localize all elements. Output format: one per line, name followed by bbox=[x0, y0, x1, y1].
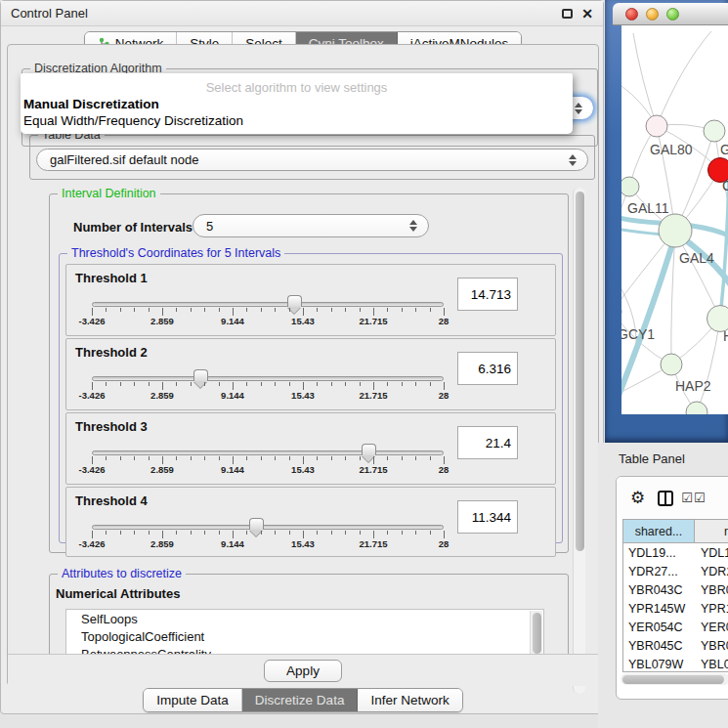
slider-track[interactable] bbox=[92, 302, 444, 307]
slider-scale-labels: -3.4262.8599.14415.4321.71528 bbox=[92, 390, 444, 402]
close-icon[interactable]: ✕ bbox=[581, 9, 593, 19]
popup-option-equal-width-frequency[interactable]: Equal Width/Frequency Discretization bbox=[23, 113, 559, 128]
table-horizontal-scrollbar[interactable] bbox=[621, 673, 728, 685]
minimize-traffic-light-icon[interactable] bbox=[646, 8, 659, 21]
cell-name[interactable]: YBR0 bbox=[695, 636, 728, 655]
panel-vertical-scrollbar[interactable] bbox=[573, 188, 585, 694]
node-label: GA bbox=[720, 142, 728, 157]
scrollbar-thumb[interactable] bbox=[622, 675, 724, 684]
table-data-combobox[interactable]: galFiltered.sif default node bbox=[36, 149, 588, 171]
network-view-canvas[interactable]: GAL80GACGAL11GAL4GCY1HHAP2 bbox=[621, 25, 728, 414]
algorithm-dropdown-popup: Select algorithm to view settings Manual… bbox=[21, 73, 573, 134]
cell-name[interactable]: YDL1 bbox=[695, 543, 728, 562]
cell-shared-name[interactable]: YBR043C bbox=[623, 580, 695, 599]
tick-label: 21.715 bbox=[359, 464, 387, 475]
close-traffic-light-icon[interactable] bbox=[625, 8, 638, 21]
checkbox-icon[interactable]: ☑ bbox=[681, 492, 693, 504]
node-table: shared... na YDL19...YDL1YDR27...YDR2YBR… bbox=[622, 519, 728, 672]
table-row[interactable]: YBR043CYBR0 bbox=[623, 580, 728, 599]
tick-label: 15.43 bbox=[291, 538, 315, 549]
tick-label: 28 bbox=[439, 538, 450, 549]
network-node-gal4[interactable] bbox=[659, 214, 692, 247]
attribute-list-item[interactable]: TopologicalCoefficient bbox=[66, 627, 543, 645]
scrollbar-thumb[interactable] bbox=[533, 613, 541, 654]
checkbox-icon[interactable]: ☑ bbox=[694, 492, 706, 504]
tick-label: 9.144 bbox=[221, 316, 244, 326]
slider-thumb[interactable] bbox=[287, 295, 302, 307]
table-row[interactable]: YDR27...YDR2 bbox=[623, 562, 728, 580]
tick-label: 9.144 bbox=[221, 538, 244, 549]
tick-label: 21.715 bbox=[359, 390, 387, 401]
slider-track[interactable] bbox=[92, 450, 444, 455]
cell-shared-name[interactable]: YDL19... bbox=[623, 543, 695, 562]
cell-name[interactable]: YBR0 bbox=[695, 580, 728, 599]
cell-name[interactable]: YPR1 bbox=[695, 599, 728, 618]
network-node[interactable] bbox=[686, 402, 707, 414]
table-header-row: shared... na bbox=[623, 520, 728, 543]
float-window-icon[interactable] bbox=[562, 9, 573, 19]
number-of-intervals-combobox[interactable]: 5 bbox=[193, 214, 429, 237]
threshold-3-label: Threshold 3 bbox=[75, 419, 148, 434]
combo-arrows-icon bbox=[575, 103, 582, 114]
tab-discretize-data[interactable]: Discretize Data bbox=[242, 689, 359, 711]
tick-label: 2.859 bbox=[150, 316, 174, 326]
slider-track[interactable] bbox=[92, 376, 444, 381]
network-node-gal80[interactable] bbox=[646, 115, 667, 137]
gear-icon[interactable]: ⚙ bbox=[630, 490, 645, 506]
threshold-3-panel: Threshold 3 -3.4262.8599.14415.4321.7152… bbox=[65, 412, 556, 485]
column-header-shared-name[interactable]: shared... bbox=[623, 520, 695, 542]
tab-impute-data[interactable]: Impute Data bbox=[144, 689, 242, 711]
cell-shared-name[interactable]: YBR045C bbox=[623, 636, 695, 655]
apply-button[interactable]: Apply bbox=[264, 660, 342, 682]
thresholds-group-title: Threshold's Coordinates for 5 Intervals bbox=[67, 246, 284, 260]
interval-definition-title: Interval Definition bbox=[58, 187, 160, 200]
column-header-name[interactable]: na bbox=[695, 520, 728, 542]
cell-shared-name[interactable]: YDR27... bbox=[623, 562, 695, 580]
threshold-2-value[interactable]: 6.316 bbox=[457, 352, 518, 385]
node-label: GAL11 bbox=[627, 200, 669, 216]
attributes-list-scrollbar[interactable] bbox=[530, 611, 542, 659]
table-row[interactable]: YER054CYER0 bbox=[623, 618, 728, 636]
slider-scale-labels: -3.4262.8599.14415.4321.71528 bbox=[92, 538, 444, 550]
table-panel-card: ⚙ ☑ ☑ shared... na YDL19...YDL1YDR27...Y… bbox=[616, 476, 728, 700]
tick-label: 15.43 bbox=[291, 390, 315, 401]
tab-infer-network[interactable]: Infer Network bbox=[358, 689, 461, 711]
scrollbar-thumb[interactable] bbox=[576, 192, 584, 551]
threshold-3-value[interactable]: 21.4 bbox=[457, 426, 518, 459]
network-node-ga[interactable] bbox=[704, 120, 725, 142]
table-row[interactable]: YBL079WYBL0 bbox=[623, 655, 728, 672]
cell-name[interactable]: YDR2 bbox=[695, 562, 728, 580]
cell-shared-name[interactable]: YER054C bbox=[623, 618, 695, 636]
cell-name[interactable]: YBL0 bbox=[695, 655, 728, 672]
slider-track[interactable] bbox=[92, 525, 444, 530]
numerical-attributes-list[interactable]: SelfLoopsTopologicalCoefficientBetweenne… bbox=[65, 609, 544, 659]
slider-thumb[interactable] bbox=[362, 444, 376, 455]
network-node-hap2[interactable] bbox=[661, 354, 682, 375]
network-window-titlebar[interactable] bbox=[613, 3, 728, 25]
tick-label: 28 bbox=[439, 464, 450, 475]
slider-thumb[interactable] bbox=[193, 369, 208, 381]
table-toolbar: ⚙ ☑ ☑ bbox=[617, 477, 728, 519]
tick-label: 2.859 bbox=[150, 464, 174, 475]
attribute-list-item[interactable]: SelfLoops bbox=[66, 610, 543, 627]
slider-ticks bbox=[92, 456, 444, 464]
cell-name[interactable]: YER0 bbox=[695, 618, 728, 636]
table-row[interactable]: YDL19...YDL1 bbox=[623, 543, 728, 562]
network-node-gal11[interactable] bbox=[621, 177, 639, 196]
threshold-1-value[interactable]: 14.713 bbox=[457, 278, 518, 311]
threshold-1-panel: Threshold 1 -3.4262.8599.14415.4321.7152… bbox=[65, 264, 556, 336]
tick-label: 2.859 bbox=[150, 390, 174, 401]
threshold-4-value[interactable]: 11.344 bbox=[457, 500, 518, 534]
threshold-2-panel: Threshold 2 -3.4262.8599.14415.4321.7152… bbox=[65, 338, 556, 410]
table-row[interactable]: YBR045CYBR0 bbox=[623, 636, 728, 655]
popup-option-manual-discretization[interactable]: Manual Discretization bbox=[23, 97, 559, 111]
table-row[interactable]: YPR145WYPR1 bbox=[623, 599, 728, 618]
slider-thumb[interactable] bbox=[249, 518, 264, 530]
threshold-1-label: Threshold 1 bbox=[75, 271, 148, 285]
cell-shared-name[interactable]: YPR145W bbox=[623, 599, 695, 618]
threshold-2-label: Threshold 2 bbox=[75, 345, 148, 360]
cell-shared-name[interactable]: YBL079W bbox=[623, 655, 695, 672]
column-layout-icon[interactable] bbox=[658, 491, 673, 506]
zoom-traffic-light-icon[interactable] bbox=[666, 8, 679, 21]
combo-arrows-icon bbox=[409, 220, 417, 232]
